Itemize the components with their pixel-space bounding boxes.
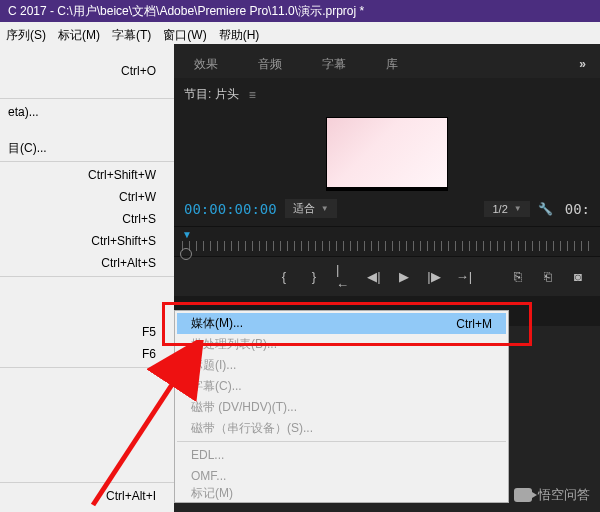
timecode-current[interactable]: 00:00:00:00 xyxy=(184,201,277,217)
file-menu-shortcut[interactable]: F5 xyxy=(0,321,174,343)
export-menu-item: 标记(M) xyxy=(177,486,506,500)
settings-wrench-icon[interactable]: 🔧 xyxy=(538,202,553,216)
export-menu-item[interactable]: 媒体(M)...Ctrl+M xyxy=(177,313,506,334)
tab-captions[interactable]: 字幕 xyxy=(302,50,366,79)
export-frame-icon[interactable]: ◙ xyxy=(570,269,586,284)
file-menu-shortcut[interactable]: Ctrl+S xyxy=(0,507,174,512)
watermark: 悟空问答 xyxy=(514,486,590,504)
file-menu-panel: Ctrl+O eta)... 目(C)... Ctrl+Shift+W Ctrl… xyxy=(0,44,174,512)
go-out-icon[interactable]: →| xyxy=(456,269,472,284)
mark-in-icon[interactable]: { xyxy=(276,269,292,284)
transport-bar: { } |← ◀| ▶ |▶ →| ⎘ ⎗ ◙ xyxy=(174,256,600,296)
play-icon[interactable]: ▶ xyxy=(396,269,412,284)
file-menu-shortcut[interactable]: Ctrl+W xyxy=(0,186,174,208)
lift-icon[interactable]: ⎘ xyxy=(510,269,526,284)
ruler-ticks xyxy=(182,241,592,251)
file-menu-item[interactable]: 目(C)... xyxy=(0,137,174,159)
export-menu-item: EDL... xyxy=(177,444,506,465)
menu-title[interactable]: 字幕(T) xyxy=(106,25,157,41)
file-menu-shortcut[interactable]: Ctrl+S xyxy=(0,208,174,230)
tab-library[interactable]: 库 xyxy=(366,50,418,79)
menu-help[interactable]: 帮助(H) xyxy=(213,25,266,41)
monitor-controls: 00:00:00:00 适合▼ 1/2▼ 🔧 00: xyxy=(174,191,600,226)
tab-audio[interactable]: 音频 xyxy=(238,50,302,79)
file-menu-shortcut[interactable]: Ctrl+O xyxy=(0,60,174,82)
playhead-icon[interactable]: ▼ xyxy=(182,229,192,240)
preview-thumbnail[interactable] xyxy=(326,117,448,191)
title-text: C 2017 - C:\用户\beice\文档\Adobe\Premiere P… xyxy=(8,4,364,18)
file-menu-shortcut[interactable]: F6 xyxy=(0,343,174,365)
menu-marker[interactable]: 标记(M) xyxy=(52,25,106,41)
program-monitor xyxy=(174,111,600,191)
title-bar: C 2017 - C:\用户\beice\文档\Adobe\Premiere P… xyxy=(0,0,600,22)
workspace-tabs: 效果 音频 字幕 库 » xyxy=(174,44,600,78)
extract-icon[interactable]: ⎗ xyxy=(540,269,556,284)
tabs-overflow-icon[interactable]: » xyxy=(565,51,600,77)
export-menu-item: OMF... xyxy=(177,465,506,486)
program-panel-header: 节目: 片头 ≡ xyxy=(174,78,600,111)
step-back-icon[interactable]: ◀| xyxy=(366,269,382,284)
menu-window[interactable]: 窗口(W) xyxy=(157,25,212,41)
go-in-icon[interactable]: |← xyxy=(336,262,352,292)
menu-bar: 序列(S) 标记(M) 字幕(T) 窗口(W) 帮助(H) xyxy=(0,22,600,44)
zoom-fit-select[interactable]: 适合▼ xyxy=(285,199,337,218)
watermark-text: 悟空问答 xyxy=(538,486,590,504)
file-menu-shortcut[interactable]: Ctrl+Shift+S xyxy=(0,230,174,252)
timecode-duration: 00: xyxy=(565,201,590,217)
file-menu-shortcut[interactable]: Ctrl+Shift+W xyxy=(0,164,174,186)
mark-out-icon[interactable]: } xyxy=(306,269,322,284)
watermark-logo-icon xyxy=(514,488,532,502)
file-menu-shortcut[interactable]: Ctrl+Alt+S xyxy=(0,252,174,274)
panel-menu-icon[interactable]: ≡ xyxy=(249,88,256,102)
export-menu-item: 磁带 (DV/HDV)(T)... xyxy=(177,397,506,418)
export-submenu: 媒体(M)...Ctrl+M批处理列表(B)...标题(I)...字幕(C)..… xyxy=(174,310,509,503)
export-menu-item: 批处理列表(B)... xyxy=(177,334,506,355)
menu-sequence[interactable]: 序列(S) xyxy=(0,25,52,41)
export-menu-item: 字幕(C)... xyxy=(177,376,506,397)
export-menu-item: 磁带（串行设备）(S)... xyxy=(177,418,506,439)
main-area: Ctrl+O eta)... 目(C)... Ctrl+Shift+W Ctrl… xyxy=(0,44,600,512)
export-menu-item: 标题(I)... xyxy=(177,355,506,376)
file-menu-item[interactable]: eta)... xyxy=(0,101,174,123)
timeline-ruler[interactable]: ▼ xyxy=(174,226,600,256)
step-fwd-icon[interactable]: |▶ xyxy=(426,269,442,284)
marker-ring-icon[interactable] xyxy=(180,248,192,260)
program-label: 节目: 片头 xyxy=(184,86,239,103)
tab-effects[interactable]: 效果 xyxy=(174,50,238,79)
file-menu-shortcut[interactable]: Ctrl+Alt+I xyxy=(0,485,174,507)
resolution-select[interactable]: 1/2▼ xyxy=(484,201,529,217)
